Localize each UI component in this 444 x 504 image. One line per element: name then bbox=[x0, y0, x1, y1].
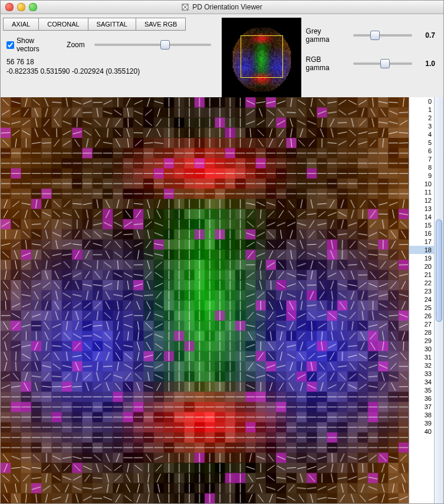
slice-row[interactable]: 26 bbox=[409, 312, 434, 320]
slice-row[interactable]: 32 bbox=[409, 361, 434, 370]
slice-row[interactable]: 7 bbox=[409, 155, 434, 163]
app-icon bbox=[182, 4, 189, 11]
overview-thumbnail[interactable] bbox=[222, 18, 301, 97]
window-title: PD Orientation Viewer bbox=[192, 3, 262, 11]
slice-row[interactable]: 17 bbox=[409, 238, 434, 246]
slice-row[interactable]: 30 bbox=[409, 345, 434, 353]
slice-row[interactable]: 23 bbox=[409, 287, 434, 295]
slice-row[interactable]: 25 bbox=[409, 304, 434, 312]
view-buttons: AXIAL CORONAL SAGITTAL SAVE RGB bbox=[3, 18, 212, 31]
slice-row[interactable]: 6 bbox=[409, 147, 434, 155]
coronal-button[interactable]: CORONAL bbox=[39, 18, 88, 31]
slice-row[interactable]: 19 bbox=[409, 254, 434, 262]
save-rgb-button[interactable]: SAVE RGB bbox=[136, 18, 186, 31]
slice-canvas bbox=[1, 97, 409, 503]
slice-viewport[interactable] bbox=[1, 97, 409, 503]
show-vectors-checkbox[interactable]: Show vectors bbox=[6, 37, 58, 53]
slice-row[interactable]: 12 bbox=[409, 196, 434, 205]
main-area: 0123456789101112131415161718192021222324… bbox=[1, 97, 443, 503]
slice-row[interactable]: 13 bbox=[409, 205, 434, 213]
zoom-slider[interactable] bbox=[94, 44, 211, 46]
slice-row[interactable]: 15 bbox=[409, 221, 434, 229]
rgb-gamma-slider[interactable] bbox=[353, 62, 412, 65]
axial-button[interactable]: AXIAL bbox=[3, 18, 39, 31]
slice-row[interactable]: 37 bbox=[409, 403, 434, 411]
vector-values: -0.822335 0.531590 -0.202924 (0.355120) bbox=[6, 67, 212, 77]
slice-row[interactable]: 38 bbox=[409, 411, 434, 419]
slice-row[interactable]: 33 bbox=[409, 370, 434, 378]
minimize-icon[interactable] bbox=[17, 3, 25, 11]
slice-row[interactable]: 5 bbox=[409, 139, 434, 147]
titlebar: PD Orientation Viewer bbox=[1, 1, 443, 14]
toolbar-area: AXIAL CORONAL SAGITTAL SAVE RGB Show vec… bbox=[1, 14, 443, 97]
scrollbar-thumb-icon[interactable] bbox=[436, 219, 442, 322]
close-icon[interactable] bbox=[5, 3, 14, 11]
slice-row[interactable]: 16 bbox=[409, 229, 434, 238]
slice-row[interactable]: 2 bbox=[409, 114, 434, 122]
app-window: PD Orientation Viewer AXIAL CORONAL SAGI… bbox=[0, 0, 444, 504]
window-title-wrap: PD Orientation Viewer bbox=[1, 3, 443, 11]
show-vectors-label: Show vectors bbox=[17, 37, 58, 53]
slice-row[interactable]: 3 bbox=[409, 122, 434, 130]
slice-row[interactable]: 8 bbox=[409, 163, 434, 172]
slice-row[interactable]: 34 bbox=[409, 378, 434, 386]
grey-gamma-value: 0.7 bbox=[419, 31, 435, 39]
slice-row[interactable]: 31 bbox=[409, 353, 434, 361]
slice-row[interactable]: 35 bbox=[409, 386, 434, 394]
svg-rect-0 bbox=[182, 4, 188, 10]
slice-row[interactable]: 9 bbox=[409, 172, 434, 180]
rgb-gamma-label: RGB gamma bbox=[306, 55, 346, 72]
grey-gamma-label: Grey gamma bbox=[306, 27, 346, 44]
window-controls bbox=[5, 3, 37, 11]
slice-row[interactable]: 24 bbox=[409, 295, 434, 304]
zoom-label: Zoom bbox=[67, 41, 85, 49]
sagittal-button[interactable]: SAGITTAL bbox=[88, 18, 136, 31]
slice-row[interactable]: 29 bbox=[409, 337, 434, 345]
grey-gamma-slider[interactable] bbox=[353, 34, 412, 37]
slice-row[interactable]: 4 bbox=[409, 130, 434, 139]
view-controls: Show vectors Zoom bbox=[6, 37, 212, 53]
gamma-controls: Grey gamma 0.7 RGB gamma 1.0 bbox=[306, 18, 439, 72]
slice-row[interactable]: 11 bbox=[409, 188, 434, 196]
slice-row[interactable]: 36 bbox=[409, 394, 434, 403]
svg-line-2 bbox=[182, 4, 188, 10]
svg-line-1 bbox=[182, 4, 188, 10]
slice-list[interactable]: 0123456789101112131415161718192021222324… bbox=[409, 97, 434, 503]
rgb-gamma-value: 1.0 bbox=[419, 60, 435, 68]
thumbnail-roi-box[interactable] bbox=[241, 35, 283, 78]
status-readout: 56 76 18 -0.822335 0.531590 -0.202924 (0… bbox=[6, 58, 212, 76]
slice-scrollbar[interactable] bbox=[434, 97, 443, 503]
slice-row[interactable]: 14 bbox=[409, 213, 434, 221]
slice-row[interactable]: 22 bbox=[409, 279, 434, 287]
slice-row[interactable]: 0 bbox=[409, 97, 434, 106]
slice-row[interactable]: 20 bbox=[409, 262, 434, 271]
zoom-icon[interactable] bbox=[29, 3, 37, 11]
slice-row[interactable]: 39 bbox=[409, 419, 434, 427]
slice-row[interactable]: 21 bbox=[409, 271, 434, 279]
slice-row[interactable]: 18 bbox=[409, 246, 434, 254]
slice-row[interactable]: 10 bbox=[409, 180, 434, 188]
slice-row[interactable]: 27 bbox=[409, 320, 434, 328]
slice-row[interactable]: 40 bbox=[409, 427, 434, 436]
slice-row[interactable]: 28 bbox=[409, 328, 434, 337]
voxel-coords: 56 76 18 bbox=[6, 58, 212, 67]
slice-row[interactable]: 1 bbox=[409, 106, 434, 114]
